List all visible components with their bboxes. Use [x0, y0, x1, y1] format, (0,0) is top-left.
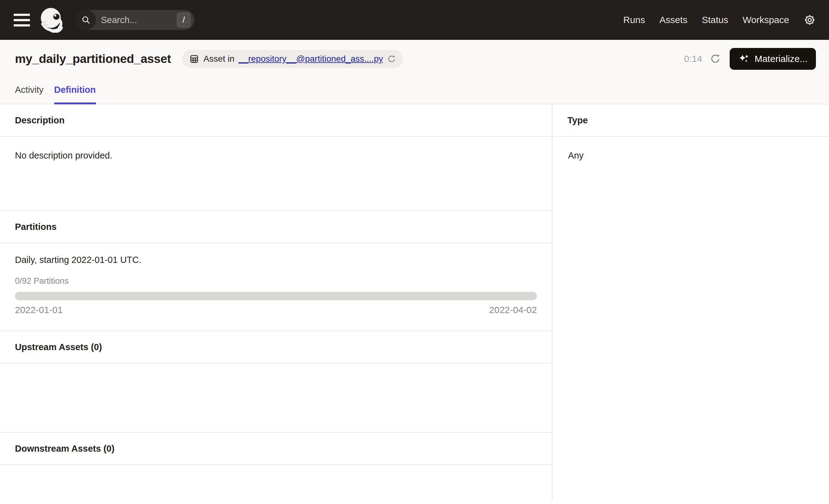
search-icon: [76, 10, 96, 30]
materialize-label: Materialize...: [755, 53, 807, 64]
tab-definition[interactable]: Definition: [54, 85, 96, 104]
downstream-assets-heading: Downstream Assets (0): [0, 433, 552, 465]
search-placeholder: Search...: [101, 15, 177, 25]
top-nav-links: Runs Assets Status Workspace: [623, 15, 789, 25]
asset-page-header: my_daily_partitioned_asset Asset in __re…: [0, 40, 829, 104]
downstream-assets-body: [0, 465, 552, 501]
definition-right-column: Type Any: [552, 104, 829, 500]
page-title: my_daily_partitioned_asset: [15, 52, 171, 66]
asset-badge-prefix: Asset in: [203, 54, 235, 64]
partitions-range: 2022-01-01 2022-04-02: [15, 304, 537, 315]
settings-gear-icon[interactable]: [803, 14, 816, 26]
description-section-heading: Description: [0, 104, 552, 137]
partition-range-start: 2022-01-01: [15, 304, 63, 315]
partitions-progress-label: 0/92 Partitions: [15, 276, 537, 286]
partitions-summary: Daily, starting 2022-01-01 UTC.: [15, 254, 537, 265]
badge-reload-icon[interactable]: [387, 55, 396, 64]
asset-tabs: Activity Definition: [15, 85, 814, 104]
type-value: Any: [568, 150, 584, 160]
refresh-icon[interactable]: [710, 53, 721, 65]
type-section-heading: Type: [552, 104, 829, 137]
description-section-body: No description provided.: [0, 137, 552, 211]
description-text: No description provided.: [15, 150, 112, 160]
asset-location-badge: Asset in __repository__@partitioned_ass.…: [182, 50, 403, 68]
definition-left-column: Description No description provided. Par…: [0, 104, 552, 500]
partitions-progress-bar[interactable]: [15, 292, 537, 300]
nav-item-status[interactable]: Status: [701, 15, 728, 25]
nav-item-assets[interactable]: Assets: [659, 15, 687, 25]
asset-grid-icon: [189, 54, 199, 64]
top-navigation-bar: Search... / Runs Assets Status Workspace: [0, 0, 829, 40]
search-shortcut-key: /: [177, 12, 190, 27]
upstream-assets-heading: Upstream Assets (0): [0, 331, 552, 363]
upstream-assets-body: [0, 363, 552, 433]
partition-range-end: 2022-04-02: [489, 304, 537, 315]
type-section-body: Any: [552, 137, 829, 174]
materialize-button[interactable]: Materialize...: [730, 48, 816, 70]
refresh-countdown: 0:14: [684, 53, 702, 64]
partitions-section-body: Daily, starting 2022-01-01 UTC. 0/92 Par…: [0, 243, 552, 331]
repository-link[interactable]: __repository__@partitioned_ass....py: [239, 54, 383, 64]
sparkles-icon: [738, 53, 750, 65]
tab-activity[interactable]: Activity: [15, 85, 44, 104]
search-input[interactable]: Search... /: [76, 10, 194, 30]
dagster-logo-icon[interactable]: [39, 7, 65, 33]
partitions-section-heading: Partitions: [0, 211, 552, 243]
nav-item-runs[interactable]: Runs: [623, 15, 645, 25]
nav-item-workspace[interactable]: Workspace: [743, 15, 789, 25]
definition-content: Description No description provided. Par…: [0, 104, 829, 500]
menu-icon[interactable]: [14, 14, 30, 27]
